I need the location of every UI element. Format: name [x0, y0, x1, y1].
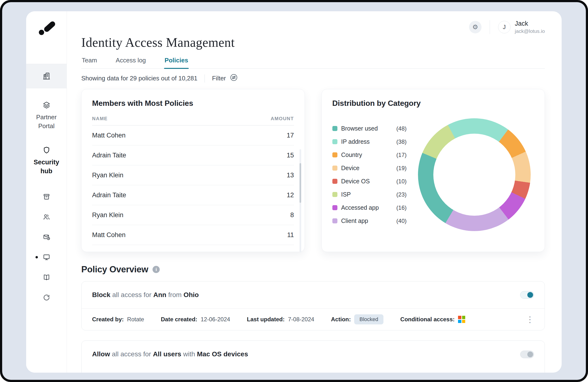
- filter-button[interactable]: Filter: [212, 73, 238, 83]
- kebab-menu-button[interactable]: ⋮: [526, 315, 534, 323]
- sidebar-item-rotation[interactable]: [43, 294, 50, 301]
- member-amount: 12: [287, 191, 294, 199]
- policy-card-top: Allow all access for All users with Mac …: [82, 341, 545, 368]
- logo-mark-dot: [39, 30, 44, 35]
- logo: [37, 20, 56, 39]
- policy-meta-row: Created by: Rotate Date created: 12-06-2…: [82, 309, 545, 330]
- legend-count: (10): [396, 178, 407, 185]
- sidebar-item-devices[interactable]: [43, 253, 50, 261]
- legend-item: Browser used(48): [332, 125, 407, 132]
- column-header-name: NAME: [92, 116, 108, 121]
- card-title: Distribution by Category: [332, 99, 534, 108]
- scrollbar-thumb[interactable]: [299, 163, 301, 203]
- page-title: Identity Access Management: [81, 35, 545, 50]
- avatar-initial: J: [503, 24, 506, 30]
- member-name: Matt Cohen: [92, 132, 126, 139]
- app-window: Partner Portal Security hub: [0, 0, 588, 382]
- meta-label: Created by:: [92, 316, 124, 323]
- meta-date-created: Date created: 12-06-2024: [161, 316, 230, 323]
- app-background: Partner Portal Security hub: [2, 2, 586, 380]
- legend-swatch: [332, 166, 337, 171]
- table-header: NAME AMOUNT: [92, 116, 294, 126]
- member-amount: 13: [287, 172, 294, 179]
- sidebar-item-dashboard[interactable]: [26, 64, 67, 88]
- sidebar-item-archive[interactable]: [43, 193, 50, 201]
- card-title: Members with Most Policies: [92, 99, 294, 108]
- policy-sentence: Block all access for Ann from Ohio: [92, 291, 199, 299]
- legend-label: ISP: [341, 191, 351, 198]
- legend-label: IP address: [341, 138, 370, 145]
- donut-chart: [418, 118, 531, 231]
- tab-access-log[interactable]: Access log: [115, 57, 147, 68]
- legend-swatch: [332, 192, 337, 197]
- toggle-knob: [527, 352, 533, 357]
- main-content: ⚙ J Jack jack@lotus.io Identity Access M…: [67, 11, 562, 373]
- policy-card: Allow all access for All users with Mac …: [81, 340, 545, 373]
- info-icon[interactable]: i: [152, 266, 160, 273]
- sidebar-item-partner-portal[interactable]: Partner Portal: [31, 101, 62, 131]
- table-row: Matt Cohen17: [92, 126, 294, 145]
- scrollbar[interactable]: [299, 149, 301, 252]
- policy-toggle[interactable]: [520, 291, 534, 299]
- settings-button[interactable]: ⚙: [469, 21, 482, 33]
- legend-swatch: [332, 152, 337, 157]
- table-row: Ryan Klein8: [92, 205, 294, 225]
- user-block: Jack jack@lotus.io: [515, 20, 545, 34]
- sidebar-sub-menu: [43, 193, 50, 301]
- sentence-emphasis: Mac OS devices: [197, 350, 248, 358]
- meta-value: 12-06-2024: [201, 316, 230, 323]
- members-table-body: Matt Cohen17Adrain Taite15Ryan Klein13Ad…: [92, 126, 294, 245]
- sidebar-item-users[interactable]: [43, 213, 50, 221]
- sentence-emphasis: Ohio: [184, 291, 199, 298]
- legend-count: (19): [396, 165, 407, 172]
- members-card: Members with Most Policies NAME AMOUNT M…: [81, 89, 305, 252]
- cards-row: Members with Most Policies NAME AMOUNT M…: [81, 89, 545, 252]
- sidebar: Partner Portal Security hub: [26, 11, 67, 373]
- table-row: Matt Cohen11: [92, 225, 294, 245]
- donut-chart-wrap: [418, 118, 531, 231]
- meta-action: Action: Blocked: [331, 314, 383, 324]
- results-summary-row: Showing data for 29 policies out of 10,2…: [81, 73, 545, 83]
- legend-label: Browser used: [341, 125, 378, 132]
- table-row: Adrain Taite15: [92, 145, 294, 165]
- avatar[interactable]: J: [498, 21, 510, 33]
- app-surface: Partner Portal Security hub: [26, 11, 562, 373]
- policy-overview-title: Policy Overview: [81, 264, 148, 274]
- meta-created-by: Created by: Rotate: [92, 316, 144, 323]
- gear-icon: ⚙: [472, 23, 478, 31]
- layers-icon: [42, 101, 51, 110]
- sidebar-item-docs[interactable]: [43, 273, 50, 281]
- meta-value: Rotate: [127, 316, 144, 323]
- policy-sentence: Allow all access for All users with Mac …: [92, 350, 248, 359]
- sidebar-item-mail[interactable]: [43, 233, 50, 241]
- tab-team[interactable]: Team: [81, 57, 98, 68]
- sentence-text: with: [181, 350, 197, 358]
- legend-count: (23): [396, 191, 407, 198]
- rotate-icon: [43, 294, 50, 301]
- mail-clock-icon: [43, 233, 50, 241]
- legend-label: Country: [341, 151, 362, 158]
- policy-card: Block all access for Ann from Ohio Creat…: [81, 281, 545, 330]
- member-amount: 17: [287, 132, 294, 139]
- sidebar-item-security-hub[interactable]: Security hub: [31, 146, 62, 176]
- member-amount: 8: [290, 211, 294, 219]
- tab-policies[interactable]: Policies: [164, 57, 189, 68]
- sentence-emphasis: Ann: [153, 291, 166, 298]
- distribution-card: Distribution by Category Browser used(48…: [322, 89, 545, 252]
- status-badge: Blocked: [354, 314, 383, 324]
- legend-label: Device OS: [341, 178, 370, 185]
- filter-label: Filter: [212, 75, 226, 82]
- legend-item: Accessed app(16): [332, 204, 407, 211]
- dashboard-icon: [42, 72, 51, 80]
- sentence-emphasis: All users: [153, 350, 181, 358]
- policy-toggle[interactable]: [520, 351, 534, 358]
- meta-label: Date created:: [161, 316, 197, 323]
- sidebar-item-label: Partner Portal: [31, 113, 62, 131]
- legend-count: (17): [396, 152, 407, 158]
- table-row: Adrain Taite12: [92, 185, 294, 205]
- user-email: jack@lotus.io: [515, 28, 545, 34]
- legend-swatch: [332, 139, 337, 144]
- toggle-knob: [527, 292, 533, 298]
- summary-divider: [205, 74, 205, 83]
- distribution-body: Browser used(48)IP address(38)Country(17…: [332, 118, 534, 231]
